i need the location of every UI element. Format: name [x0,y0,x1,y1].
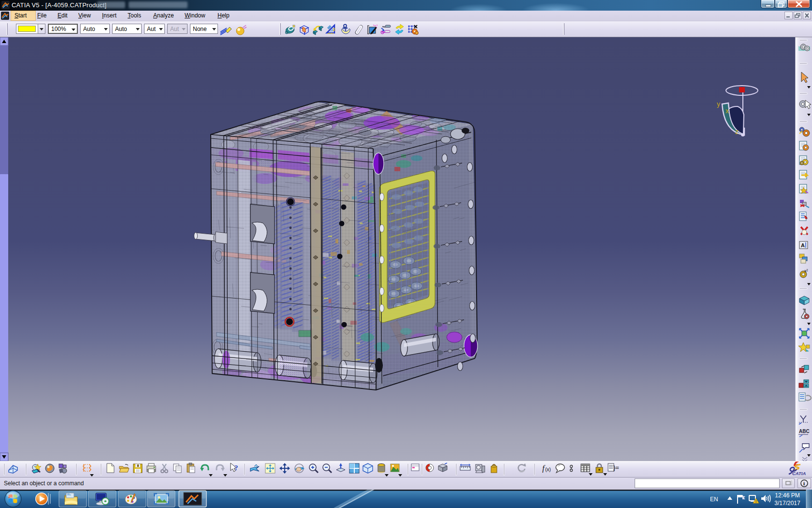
svg-text:x²: x² [804,269,808,273]
svg-text:12:46 PM: 12:46 PM [775,492,799,499]
svg-text:(x): (x) [545,467,551,472]
svg-text:CATIA: CATIA [792,471,806,476]
svg-text:x: x [725,107,729,115]
svg-text:y: y [717,100,720,108]
svg-text:2: 2 [333,27,335,32]
svg-text:!: ! [755,499,757,504]
svg-text:A: A [801,242,805,248]
svg-text:3/17/2017: 3/17/2017 [774,500,800,507]
svg-text:}=: }= [613,464,619,471]
svg-text:ABC: ABC [799,429,810,434]
svg-text:z: z [735,128,739,135]
svg-text:i: i [803,480,805,486]
svg-text:EN: EN [710,496,718,503]
svg-text:?: ? [234,464,238,472]
